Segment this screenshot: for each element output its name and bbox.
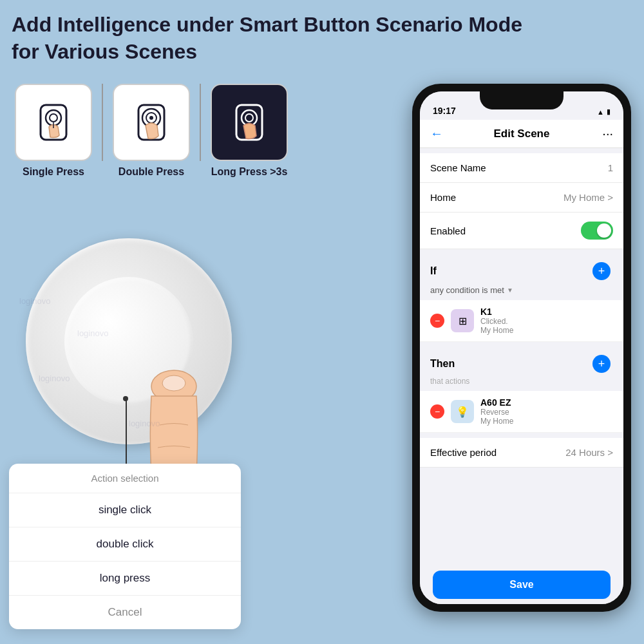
- single-press-icon: [31, 100, 76, 145]
- cancel-button[interactable]: Cancel: [9, 596, 241, 629]
- if-condition-dropdown[interactable]: any condition is met ▼: [420, 283, 623, 300]
- single-press-icon-box: [15, 84, 92, 161]
- k1-condition-item: − ⊞ K1 Clicked. My Home: [420, 300, 623, 342]
- k1-remove-button[interactable]: −: [430, 314, 444, 328]
- double-press-item: Double Press: [109, 84, 193, 178]
- app-title: Edit Scene: [450, 128, 594, 140]
- effective-period-row[interactable]: Effective period 24 Hours >: [420, 438, 623, 468]
- then-add-button[interactable]: +: [592, 355, 611, 373]
- page-heading: Add Intelligence under Smart Button Scen…: [12, 12, 522, 65]
- home-row[interactable]: Home My Home >: [420, 183, 623, 213]
- long-press-item: Long Press >3s: [207, 84, 291, 178]
- connector-line: [126, 399, 127, 470]
- action-selection-popup: Action selection single click double cli…: [9, 464, 241, 629]
- svg-point-10: [245, 114, 253, 122]
- then-section-header-row: Then +: [420, 347, 623, 375]
- enabled-toggle[interactable]: [581, 222, 613, 240]
- sep5: [420, 468, 623, 473]
- sep3: [420, 342, 623, 347]
- more-button[interactable]: ···: [594, 126, 613, 141]
- back-button[interactable]: ←: [430, 126, 450, 141]
- then-header: Then: [430, 358, 455, 370]
- k1-icon: ⊞: [451, 309, 474, 332]
- k1-sub2: My Home: [480, 326, 513, 335]
- long-press-label: Long Press >3s: [211, 166, 288, 178]
- divider-2: [200, 84, 201, 161]
- scene-name-row[interactable]: Scene Name 1: [420, 153, 623, 183]
- if-section-header-row: If +: [420, 254, 623, 283]
- if-dropdown-arrow: ▼: [507, 287, 513, 294]
- scene-name-value: 1: [608, 162, 613, 173]
- heading-line2: for Various Scenes: [12, 40, 197, 63]
- status-icons: ▲ ▮: [597, 108, 611, 116]
- a60ez-action-item: − 💡 A60 EZ Reverse My Home: [420, 391, 623, 433]
- home-label: Home: [430, 192, 456, 203]
- svg-point-2: [50, 114, 57, 122]
- single-press-item: Single Press: [12, 84, 95, 178]
- a60ez-name: A60 EZ: [480, 397, 613, 408]
- wifi-icon: ▲: [597, 108, 604, 116]
- single-press-label: Single Press: [23, 166, 84, 178]
- double-press-label: Double Press: [118, 166, 184, 178]
- save-button[interactable]: Save: [433, 571, 611, 599]
- a60ez-sub2: My Home: [480, 417, 513, 426]
- home-value: My Home >: [564, 192, 613, 203]
- phone-container: 19:17 ▲ ▮ ← Edit Scene ··· Scene Name 1: [412, 84, 631, 618]
- long-press-icon: [227, 100, 272, 145]
- k1-sub: Clicked. My Home: [480, 317, 613, 335]
- double-press-icon-box: [113, 84, 190, 161]
- a60ez-condition-text: A60 EZ Reverse My Home: [480, 397, 613, 426]
- toggle-knob: [597, 223, 611, 238]
- double-click-option[interactable]: double click: [9, 527, 241, 562]
- enabled-label: Enabled: [430, 225, 466, 236]
- phone-frame: 19:17 ▲ ▮ ← Edit Scene ··· Scene Name 1: [412, 84, 631, 612]
- a60ez-remove-button[interactable]: −: [430, 404, 444, 419]
- long-press-option[interactable]: long press: [9, 562, 241, 596]
- a60ez-sub: Reverse My Home: [480, 408, 613, 426]
- svg-point-12: [162, 375, 185, 391]
- app-header: ← Edit Scene ···: [420, 120, 623, 148]
- a60ez-sub1: Reverse: [480, 408, 509, 417]
- action-popup-title: Action selection: [9, 464, 241, 493]
- k1-condition-text: K1 Clicked. My Home: [480, 307, 613, 335]
- battery-icon: ▮: [607, 108, 611, 116]
- k1-name: K1: [480, 307, 613, 317]
- divider-1: [102, 84, 103, 161]
- if-add-button[interactable]: +: [592, 262, 611, 280]
- status-time: 19:17: [433, 106, 456, 116]
- sep2: [420, 249, 623, 254]
- press-types-container: Single Press Double Press Long Pres: [12, 84, 291, 178]
- svg-point-7: [149, 116, 153, 120]
- long-press-icon-box: [211, 84, 288, 161]
- then-subtext: that actions: [420, 375, 623, 391]
- enabled-row: Enabled: [420, 213, 623, 249]
- heading-line1: Add Intelligence under Smart Button Scen…: [12, 13, 522, 36]
- a60ez-icon: 💡: [451, 400, 474, 423]
- effective-period-value: 24 Hours >: [565, 447, 613, 458]
- app-content: Scene Name 1 Home My Home > Enabled: [420, 148, 623, 565]
- phone-screen: 19:17 ▲ ▮ ← Edit Scene ··· Scene Name 1: [420, 91, 623, 604]
- sep4: [420, 433, 623, 438]
- if-condition-text: any condition is met: [430, 285, 504, 295]
- sep1: [420, 148, 623, 153]
- save-bar: Save: [420, 565, 623, 604]
- phone-notch: [480, 91, 564, 109]
- k1-sub1: Clicked.: [480, 317, 508, 326]
- effective-period-label: Effective period: [430, 447, 497, 458]
- single-click-option[interactable]: single click: [9, 493, 241, 527]
- double-press-icon: [129, 100, 174, 145]
- if-header: If: [430, 265, 437, 277]
- scene-name-label: Scene Name: [430, 162, 486, 173]
